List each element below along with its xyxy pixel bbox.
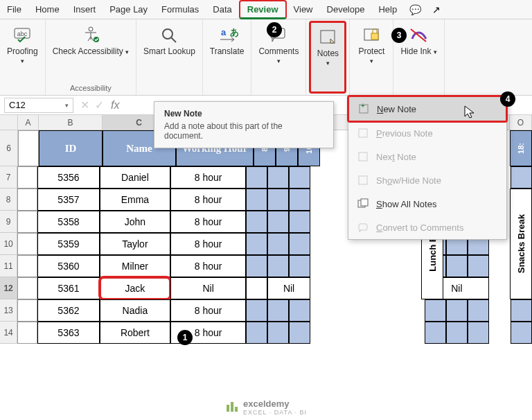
cell-id[interactable]: 5358 [37, 211, 99, 233]
chevron-down-icon: ▾ [21, 58, 24, 64]
tab-data[interactable]: Data [206, 1, 238, 17]
cell-name[interactable]: Nadia [100, 299, 171, 322]
svg-text:abc: abc [17, 30, 28, 37]
cell[interactable] [289, 233, 310, 255]
cell-working-hour[interactable]: 8 hour [170, 255, 246, 277]
tab-formulas[interactable]: Formulas [154, 1, 206, 17]
row-header[interactable]: 9 [0, 211, 17, 233]
tab-insert[interactable]: Insert [66, 1, 103, 17]
cell[interactable] [17, 233, 37, 255]
cell-id[interactable]: 5361 [37, 277, 99, 299]
cell[interactable] [246, 277, 267, 299]
cell[interactable] [289, 255, 310, 277]
cell[interactable] [17, 299, 37, 322]
cell-name[interactable]: Milner [100, 255, 171, 277]
cell-working-hour[interactable]: 8 hour [170, 189, 246, 211]
cell[interactable] [267, 233, 289, 255]
cell[interactable] [246, 255, 267, 277]
cell[interactable] [17, 189, 37, 211]
table-header-id[interactable]: ID [39, 130, 103, 166]
menu-show-all-notes[interactable]: Show All Notes [348, 192, 506, 216]
cell[interactable] [267, 322, 289, 344]
cell[interactable] [17, 255, 37, 277]
col-header-A[interactable]: A [18, 115, 39, 130]
cell[interactable] [289, 299, 310, 322]
cell[interactable] [246, 299, 267, 322]
cell[interactable] [511, 299, 532, 322]
cell[interactable] [289, 211, 310, 233]
cell-id[interactable]: 5360 [37, 255, 99, 277]
cell-working-hour[interactable]: 8 hour [170, 233, 246, 255]
cell[interactable] [246, 211, 267, 233]
proofing-button[interactable]: abc Proofing ▾ [3, 21, 42, 94]
row-header[interactable]: 6 [0, 130, 18, 166]
row-header[interactable]: 12 [0, 277, 17, 299]
cell-working-hour[interactable]: 8 hour [170, 299, 246, 322]
comments-pane-icon[interactable]: 💬 [404, 1, 427, 18]
menu-previous-note: Previous Note [348, 121, 506, 145]
cell[interactable] [246, 322, 267, 344]
translate-button[interactable]: aあ Translate [206, 21, 249, 94]
cell-id[interactable]: 5363 [37, 322, 99, 344]
cell[interactable] [289, 189, 310, 211]
tab-page-layout[interactable]: Page Lay [103, 1, 154, 17]
fx-icon[interactable]: fx [107, 99, 123, 112]
cell[interactable] [511, 322, 532, 344]
row-header[interactable]: 10 [0, 233, 17, 255]
cell[interactable] [17, 322, 37, 344]
table-header-18[interactable]: 18: [510, 130, 532, 166]
row-header[interactable]: 14 [0, 322, 17, 344]
cell-name[interactable]: Taylor [100, 233, 171, 255]
tab-view[interactable]: View [287, 1, 320, 17]
select-all-corner[interactable] [0, 115, 18, 130]
cell[interactable] [17, 211, 37, 233]
cell[interactable] [289, 166, 310, 189]
snacks-break-cell[interactable]: Snacks Break [510, 189, 532, 299]
cell[interactable] [267, 255, 289, 277]
cell[interactable] [246, 166, 267, 189]
cell[interactable] [267, 299, 289, 322]
smart-lookup-button[interactable]: Smart Lookup [139, 21, 200, 94]
tab-home[interactable]: Home [28, 1, 66, 17]
notes-button[interactable]: Notes ▾ [309, 21, 346, 94]
cell-id[interactable]: 5359 [37, 233, 99, 255]
row-header[interactable]: 11 [0, 255, 17, 277]
cell-id[interactable]: 5357 [37, 189, 99, 211]
cell[interactable] [17, 277, 37, 299]
cell-working-hour[interactable]: 8 hour [170, 166, 246, 189]
cell-name[interactable]: Robert [100, 322, 171, 344]
tab-file[interactable]: File [0, 1, 28, 17]
tab-developer[interactable]: Develope [320, 1, 372, 17]
check-accessibility-button[interactable]: Check Accessibility ▾ [48, 21, 133, 84]
cell[interactable] [289, 322, 310, 344]
cell[interactable] [246, 233, 267, 255]
tab-help[interactable]: Help [371, 1, 404, 17]
cell-name[interactable]: Jack [100, 277, 171, 299]
row-header[interactable]: 7 [0, 166, 17, 189]
cell[interactable] [267, 166, 289, 189]
cell-name[interactable]: John [100, 211, 171, 233]
cell[interactable] [511, 166, 532, 189]
cell-working-hour[interactable]: 8 hour [170, 211, 246, 233]
cell[interactable] [17, 166, 37, 189]
cell-name[interactable]: Emma [100, 189, 171, 211]
cell-working-hour[interactable]: Nil [170, 277, 246, 299]
row-header[interactable]: 13 [0, 299, 17, 322]
cell-name[interactable]: Daniel [100, 166, 171, 189]
col-header-O[interactable]: O [510, 115, 532, 130]
protect-button[interactable]: Protect ▾ [353, 21, 390, 94]
cell-id[interactable]: 5356 [37, 166, 99, 189]
cell[interactable] [246, 189, 267, 211]
row-header[interactable]: 8 [0, 189, 17, 211]
menu-new-note[interactable]: + New Note [349, 97, 506, 121]
name-box[interactable]: C12 ▾ [4, 98, 73, 113]
cell[interactable] [18, 130, 39, 166]
smart-lookup-icon [158, 24, 180, 46]
col-header-B[interactable]: B [39, 115, 103, 130]
cell-nil[interactable]: Nil [267, 277, 310, 299]
cell[interactable] [267, 211, 289, 233]
cell-id[interactable]: 5362 [37, 299, 99, 322]
cell[interactable] [267, 189, 289, 211]
share-icon[interactable]: ↗ [427, 1, 446, 18]
tab-review[interactable]: Review [239, 0, 287, 19]
